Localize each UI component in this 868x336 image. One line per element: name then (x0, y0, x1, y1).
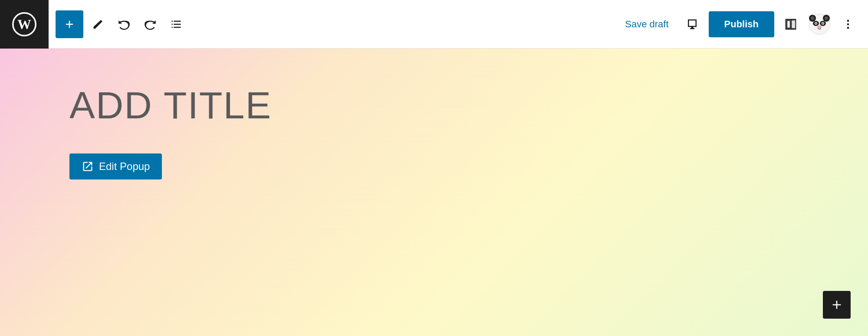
avatar-button[interactable] (807, 12, 832, 36)
tools-button[interactable] (87, 13, 109, 36)
list-icon (170, 18, 182, 30)
corner-plus-icon (830, 298, 844, 312)
redo-icon (144, 18, 156, 30)
wp-logo-area[interactable]: W (0, 0, 49, 49)
save-draft-button[interactable]: Save draft (618, 15, 675, 33)
svg-point-18 (847, 26, 849, 29)
svg-point-16 (847, 20, 849, 22)
edit-popup-label: Edit Popup (99, 160, 150, 173)
edit-popup-button[interactable]: Edit Popup (69, 153, 162, 179)
pen-icon (92, 18, 104, 30)
external-link-icon (82, 160, 94, 173)
sidebar-toggle-button[interactable] (779, 13, 802, 36)
svg-point-15 (817, 26, 822, 28)
editor-area: ADD TITLE Edit Popup (0, 49, 868, 336)
plus-icon (63, 18, 76, 30)
sidebar-icon (784, 18, 797, 31)
wp-logo-icon: W (12, 12, 36, 36)
corner-add-button[interactable] (823, 291, 851, 319)
toolbar-right-tools: Save draft Publish (618, 11, 859, 37)
svg-point-14 (822, 23, 824, 24)
publish-button[interactable]: Publish (709, 11, 774, 37)
toolbar: W (0, 0, 868, 49)
svg-text:W: W (17, 16, 31, 32)
avatar-icon (808, 13, 831, 36)
view-icon (686, 18, 699, 31)
svg-point-8 (825, 16, 828, 20)
more-options-button[interactable] (837, 13, 859, 36)
toolbar-left-tools (56, 10, 618, 38)
page-title-placeholder[interactable]: ADD TITLE (69, 83, 799, 127)
svg-point-7 (811, 16, 814, 20)
svg-point-13 (815, 23, 817, 24)
undo-icon (118, 18, 130, 30)
list-view-button[interactable] (165, 13, 187, 36)
view-button[interactable] (681, 13, 704, 36)
redo-button[interactable] (139, 13, 161, 36)
more-icon (842, 18, 854, 30)
add-block-button[interactable] (56, 10, 83, 38)
undo-button[interactable] (113, 13, 135, 36)
svg-point-17 (847, 23, 849, 25)
